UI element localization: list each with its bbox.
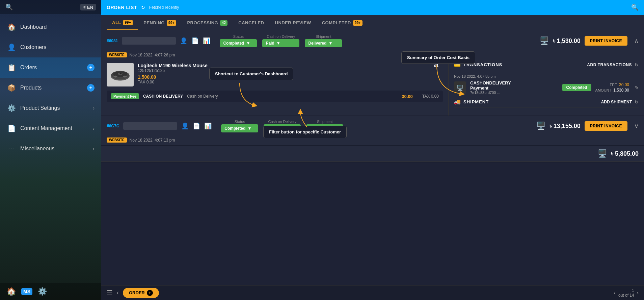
search-icon[interactable]: 🔍 <box>5 3 13 11</box>
customers-icon: 👤 <box>7 43 16 52</box>
tab-processing[interactable]: PROCESSING 42 <box>182 16 233 30</box>
shipment-dropdown-1[interactable]: Delivered ▼ <box>305 39 342 47</box>
cod-icon-2: 🖥️ <box>536 122 545 130</box>
expand-btn-2[interactable]: ∨ <box>634 122 639 130</box>
document-action-icon-1[interactable]: 📄 <box>191 37 199 45</box>
order-date-2: Nov 18 2022, 4:07:13 pm <box>130 138 175 143</box>
content-management-icon: 📄 <box>7 124 16 133</box>
order-list: #6081 👤 📄 📊 Status Completed ▼ Cash on <box>101 31 644 285</box>
top-search-icon[interactable]: 🔍 <box>631 4 639 11</box>
sidebar-item-content-management[interactable]: 📄 Content Management › <box>0 118 101 139</box>
sidebar-item-dashboard[interactable]: 🏠 Dashboard <box>0 17 101 37</box>
prev-page-icon[interactable]: ‹ <box>614 290 616 296</box>
shipment-dropdown-2[interactable]: Delivered ▼ <box>306 124 343 132</box>
new-order-button[interactable]: ORDER + <box>123 288 159 298</box>
misc-icon: ⋯ <box>7 144 16 153</box>
sidebar-bottom: 🏠 MS ⚙️ <box>0 283 101 300</box>
lang-switcher[interactable]: বা EN <box>80 4 96 10</box>
shipment-refresh-icon-1[interactable]: ↻ <box>635 99 639 105</box>
nav-items: 🏠 Dashboard 👤 Customers 📋 Orders + 📦 Pro… <box>0 14 101 283</box>
add-transactions-btn-1[interactable]: ADD TRANSACTIONS <box>587 62 632 67</box>
order-btn-label: ORDER <box>129 290 145 295</box>
pagination-info: 1 out of 14 <box>618 288 634 298</box>
sidebar-item-label: Product Settings <box>20 105 60 111</box>
lang-prefix: বা <box>83 4 86 10</box>
transaction-edit-icon-1[interactable]: ✎ <box>635 85 639 90</box>
cod-dropdown-2[interactable]: Paid ▼ <box>264 124 301 132</box>
tab-under-review-label: UNDER REVIEW <box>275 20 311 25</box>
transactions-header-1: 💳 TRANSACTIONS ADD TRANSACTIONS ↻ <box>454 61 639 70</box>
products-icon: 📦 <box>7 83 16 93</box>
transaction-row-1: 🖥️ CASHONDELIVERY Payment 7e18c83b-d700-… <box>454 80 639 95</box>
shipment-header-1: 🚚 SHIPMENT ADD SHIPMENT ↻ <box>454 99 639 107</box>
document-action-icon-2[interactable]: 📄 <box>193 122 200 130</box>
order-id-2: #6C7C <box>107 124 119 128</box>
hamburger-icon[interactable]: ☰ <box>107 289 113 297</box>
shipment-label-2: Shipment <box>317 120 332 124</box>
transaction-info-1: CASHONDELIVERY Payment 7e18c83b-d700-... <box>470 80 558 95</box>
sidebar-item-products[interactable]: 📦 Products + <box>0 78 101 98</box>
chevron-right-icon: › <box>93 146 95 151</box>
chevron-right-icon: › <box>93 105 95 111</box>
transactions-refresh-icon-1[interactable]: ↻ <box>635 62 639 68</box>
order-list-title: ORDER LIST <box>107 5 137 10</box>
payment-row-1: Payment Fee CASH ON DELIVERY Cash on Del… <box>107 91 443 102</box>
sidebar-item-label: Customers <box>20 44 46 50</box>
transaction-status-btn-1[interactable]: Completed <box>562 84 591 91</box>
status-dropdown-1[interactable]: Completed ▼ <box>220 39 257 47</box>
sidebar-item-label: Dashboard <box>20 24 47 30</box>
shipment-label-1: Shipment <box>316 34 331 39</box>
order-amount-1: ৳ 1,530.00 <box>553 38 581 45</box>
tab-completed[interactable]: COMPLETED 99+ <box>317 16 368 30</box>
add-shipment-btn-1[interactable]: ADD SHIPMENT <box>601 100 632 104</box>
customer-action-icon-2[interactable]: 👤 <box>181 122 189 130</box>
cod-dropdown-1[interactable]: Paid ▼ <box>262 39 299 47</box>
tab-canceled-label: CANCELED <box>238 20 264 25</box>
cod-icon-3: 🖥️ <box>598 149 607 158</box>
svg-point-5 <box>113 76 117 78</box>
product-qty-1: x1 <box>429 63 443 68</box>
home-bottom-icon[interactable]: 🏠 <box>7 287 16 296</box>
order-left-1: Logitech M190 Wireless Mouse 12512512512… <box>101 57 448 116</box>
products-add-button[interactable]: + <box>87 84 95 92</box>
svg-point-6 <box>123 76 127 78</box>
sidebar-item-miscellaneous[interactable]: ⋯ Miscellaneous › <box>0 139 101 159</box>
sidebar-item-customers[interactable]: 👤 Customers <box>0 37 101 57</box>
orders-add-button[interactable]: + <box>87 64 95 71</box>
product-tax-1: TAX 0.00 <box>138 80 425 84</box>
next-page-icon[interactable]: › <box>637 290 639 296</box>
order-id-1: #6081 <box>107 39 118 43</box>
payment-method-1: CASH ON DELIVERY <box>143 94 183 99</box>
sidebar-item-product-settings[interactable]: ⚙️ Product Settings › <box>0 98 101 118</box>
tab-pending[interactable]: PENDING 99+ <box>138 16 182 30</box>
print-invoice-btn-1[interactable]: PRINT INVOICE <box>585 36 627 46</box>
customer-action-icon-1[interactable]: 👤 <box>180 37 187 45</box>
orders-icon: 📋 <box>7 63 16 72</box>
ms-icon[interactable]: MS <box>21 288 32 295</box>
order-card-2: #6C7C 👤 📄 📊 Status Completed ▼ Cash on D… <box>101 116 644 146</box>
print-invoice-btn-2[interactable]: PRINT INVOICE <box>585 121 627 131</box>
tab-pending-label: PENDING <box>143 20 165 25</box>
tab-processing-badge: 42 <box>220 20 227 26</box>
settings-bottom-icon[interactable]: ⚙️ <box>38 287 47 296</box>
tabs-bar: ALL 99+ PENDING 99+ PROCESSING 42 CANCEL… <box>101 15 644 31</box>
collapse-btn-1[interactable]: ∧ <box>634 37 639 45</box>
payment-amount-1: 30.00 <box>402 94 413 99</box>
tab-under-review[interactable]: UNDER REVIEW <box>270 16 317 29</box>
order-amount-2: ৳ 13,155.00 <box>549 123 581 130</box>
cod-label-1: Cash on Delivery <box>267 34 295 39</box>
status-dropdown-2[interactable]: Completed ▼ <box>221 124 258 132</box>
chart-action-icon-1[interactable]: 📊 <box>203 37 210 45</box>
refresh-icon[interactable]: ↻ <box>141 5 145 10</box>
order-card-1: #6081 👤 📄 📊 Status Completed ▼ Cash on <box>101 31 644 116</box>
sidebar-item-label: Orders <box>20 65 37 71</box>
product-sku-1: 125125125125 <box>138 68 425 73</box>
sidebar-search-bar: 🔍 বা EN <box>0 0 101 14</box>
tab-all[interactable]: ALL 99+ <box>107 16 138 30</box>
sidebar-item-orders[interactable]: 📋 Orders + <box>0 57 101 78</box>
chart-action-icon-2[interactable]: 📊 <box>204 122 212 130</box>
product-info-1: Logitech M190 Wireless Mouse 12512512512… <box>138 63 425 84</box>
tab-all-label: ALL <box>112 20 121 25</box>
back-nav-icon[interactable]: ‹ <box>117 289 119 296</box>
tab-canceled[interactable]: CANCELED <box>233 16 269 29</box>
